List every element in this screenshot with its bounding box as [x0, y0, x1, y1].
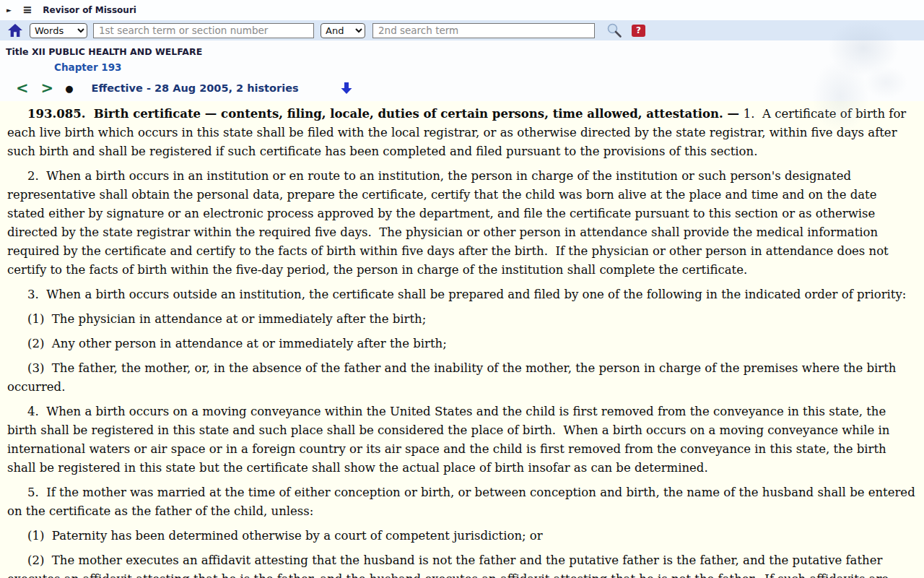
- statute-paragraph: (2) The mother executes an affidavit att…: [7, 551, 917, 578]
- search-mode-select[interactable]: Words: [30, 23, 87, 38]
- search-input-1[interactable]: [93, 23, 314, 38]
- statute-paragraph: (1) Paternity has been determined otherw…: [7, 527, 917, 545]
- next-section-arrow[interactable]: >: [41, 81, 54, 96]
- statute-paragraph: 5. If the mother was married at the time…: [7, 483, 917, 521]
- bullet-separator-icon: ●: [65, 84, 73, 93]
- scroll-down-arrow-icon[interactable]: [340, 82, 353, 95]
- hamburger-menu-icon[interactable]: ≡: [22, 4, 32, 16]
- search-input-2[interactable]: [372, 23, 595, 38]
- home-icon[interactable]: [7, 23, 23, 38]
- statute-paragraph: (1) The physician in attendance at or im…: [7, 310, 917, 329]
- statute-header: Title XII PUBLIC HEALTH AND WELFARE Chap…: [0, 40, 924, 101]
- expand-sidebar-icon[interactable]: ►: [6, 7, 12, 14]
- statute-paragraph: 2. When a birth occurs in an institution…: [7, 167, 917, 280]
- chapter-link[interactable]: Chapter 193: [54, 61, 121, 73]
- help-button[interactable]: ?: [632, 25, 645, 37]
- site-title: Revisor of Missouri: [43, 5, 136, 15]
- statute-paragraph: (2) Any other person in attendance at or…: [7, 335, 917, 353]
- section-nav-row: < > ● Effective - 28 Aug 2005, 2 histori…: [0, 75, 924, 101]
- top-bar: ► ≡ Revisor of Missouri: [0, 0, 924, 20]
- statute-body: 193.085. Birth certificate — contents, f…: [0, 101, 924, 578]
- statute-paragraph: 193.085. Birth certificate — contents, f…: [7, 105, 917, 161]
- statute-paragraph: 4. When a birth occurs on a moving conve…: [7, 402, 917, 478]
- title-breadcrumb: Title XII PUBLIC HEALTH AND WELFARE: [0, 44, 924, 59]
- help-label: ?: [636, 25, 641, 35]
- chapter-line: Chapter 193: [0, 59, 924, 75]
- search-icon[interactable]: [606, 22, 622, 38]
- statute-paragraph: (3) The father, the mother, or, in the a…: [7, 359, 917, 397]
- section-heading: 193.085. Birth certificate — contents, f…: [27, 107, 744, 121]
- effective-date-link[interactable]: Effective - 28 Aug 2005, 2 histories: [92, 82, 299, 94]
- statute-paragraph: 3. When a birth occurs outside an instit…: [7, 285, 917, 304]
- search-operator-select[interactable]: And: [321, 23, 365, 38]
- search-bar: Words And ?: [0, 20, 924, 40]
- previous-section-arrow[interactable]: <: [16, 81, 29, 96]
